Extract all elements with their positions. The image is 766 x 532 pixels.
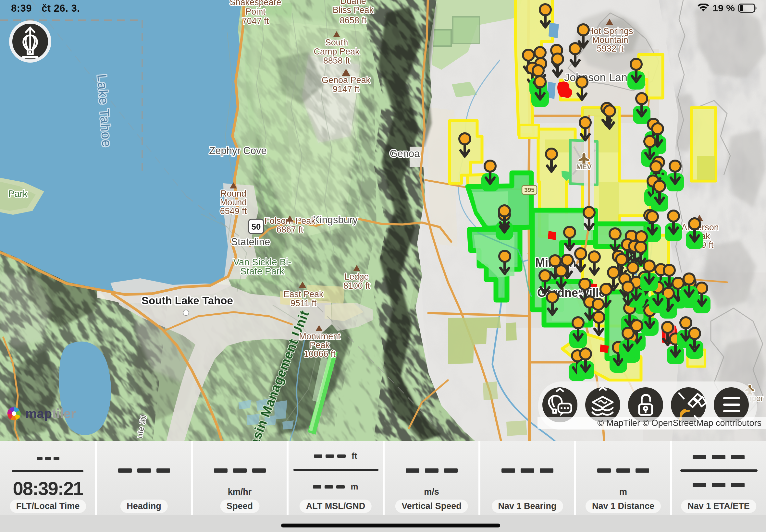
svg-text:Genoa: Genoa <box>390 148 420 159</box>
svg-text:8100 ft: 8100 ft <box>343 281 370 291</box>
svg-text:8858 ft: 8858 ft <box>323 56 350 66</box>
svg-text:Stateline: Stateline <box>231 236 270 248</box>
svg-text:Mound: Mound <box>220 198 247 207</box>
svg-text:Shakespeare: Shakespeare <box>229 0 281 7</box>
svg-text:Peak: Peak <box>310 340 330 350</box>
svg-text:395: 395 <box>524 187 535 193</box>
svg-text:Ledge: Ledge <box>344 272 369 282</box>
svg-text:Round: Round <box>220 189 246 199</box>
svg-text:Point: Point <box>245 7 265 17</box>
svg-text:Park: Park <box>8 188 28 199</box>
svg-text:8658 ft: 8658 ft <box>340 16 367 25</box>
svg-text:South Lake Tahoe: South Lake Tahoe <box>141 295 233 307</box>
svg-text:Bliss Peak: Bliss Peak <box>333 5 374 15</box>
svg-text:7047 ft: 7047 ft <box>242 16 269 26</box>
svg-text:50: 50 <box>251 222 261 232</box>
svg-text:State Park: State Park <box>240 266 284 276</box>
svg-text:5932 ft: 5932 ft <box>597 44 624 54</box>
svg-text:Monument: Monument <box>299 332 340 341</box>
svg-text:Hot Springs: Hot Springs <box>587 26 633 36</box>
svg-text:10066 ft: 10066 ft <box>304 349 335 359</box>
svg-text:6549 ft: 6549 ft <box>220 206 247 216</box>
svg-text:South: South <box>325 38 348 47</box>
svg-text:Kingsbury: Kingsbury <box>313 214 358 225</box>
svg-text:MEV: MEV <box>576 163 592 171</box>
svg-text:East Peak: East Peak <box>283 289 323 299</box>
svg-text:Mountain: Mountain <box>592 35 628 45</box>
svg-text:Zephyr Cove: Zephyr Cove <box>209 145 266 156</box>
svg-text:9511 ft: 9511 ft <box>290 298 317 308</box>
svg-text:Camp Peak: Camp Peak <box>313 47 359 56</box>
svg-text:Johnson Lane: Johnson Lane <box>564 71 634 83</box>
svg-text:Genoa Peak: Genoa Peak <box>322 75 371 85</box>
svg-text:9147 ft: 9147 ft <box>333 84 359 94</box>
svg-text:6867 ft: 6867 ft <box>276 225 303 235</box>
